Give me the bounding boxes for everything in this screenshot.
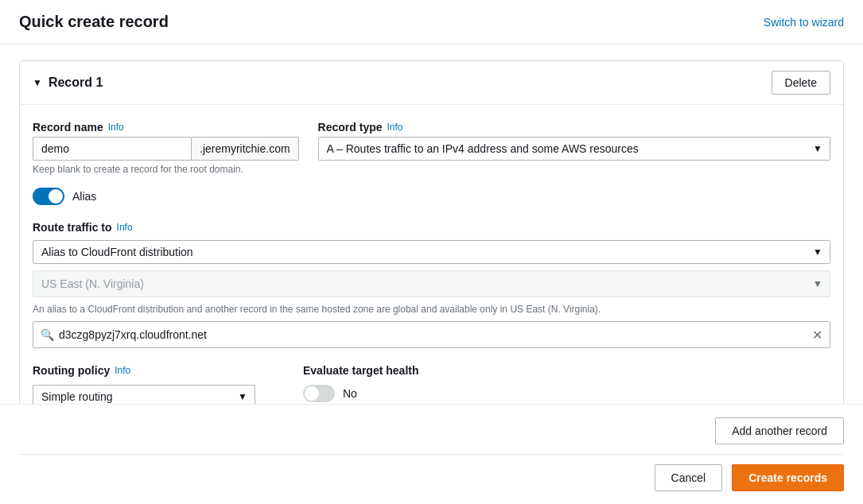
switch-to-wizard-link[interactable]: Switch to wizard (764, 16, 844, 29)
evaluate-toggle-slider (303, 385, 335, 402)
record-section-title: Record 1 (49, 76, 103, 90)
evaluate-label: Evaluate target health (303, 364, 419, 377)
record-name-info-link[interactable]: Info (108, 122, 124, 133)
record-type-label: Record type Info (318, 121, 830, 134)
record-type-select[interactable]: A – Routes traffic to an IPv4 address an… (318, 137, 830, 161)
alias-label: Alias (72, 190, 96, 203)
routing-policy-label: Routing policy Info (33, 364, 255, 377)
page-title: Quick create record (19, 13, 169, 31)
alias-row: Alias (33, 188, 830, 205)
route-traffic-section: Route traffic to Info Alias to CloudFron… (33, 221, 830, 348)
routing-policy-select[interactable]: Simple routing (33, 385, 255, 404)
evaluate-group: Evaluate target health No (303, 364, 419, 402)
chevron-down-icon: ▼ (33, 77, 42, 88)
clear-icon[interactable]: ✕ (812, 328, 822, 343)
record-name-type-row: Record name Info .jeremyritchie.com Keep… (33, 121, 830, 175)
record-type-select-wrapper: A – Routes traffic to an IPv4 address an… (318, 137, 830, 161)
region-select: US East (N. Virginia) (33, 270, 830, 297)
search-icon: 🔍 (41, 328, 54, 341)
main-content: ▼ Record 1 Delete Record name Info (0, 45, 863, 404)
cloudfront-search-wrapper: 🔍 ✕ (33, 321, 830, 348)
record-title: ▼ Record 1 (33, 76, 103, 90)
routing-policy-info-link[interactable]: Info (115, 365, 130, 376)
alias-toggle-slider (33, 188, 64, 205)
routing-row: Routing policy Info Simple routing ▼ Eva… (33, 364, 830, 404)
create-records-button[interactable]: Create records (732, 464, 844, 491)
route-traffic-select[interactable]: Alias to CloudFront distribution (33, 240, 830, 264)
cloudfront-input[interactable] (33, 321, 830, 348)
record-name-label: Record name Info (33, 121, 299, 134)
routing-policy-select-wrapper: Simple routing ▼ (33, 385, 255, 404)
region-select-wrapper: US East (N. Virginia) ▼ (33, 270, 830, 297)
add-another-record-button[interactable]: Add another record (715, 417, 844, 444)
add-record-row: Add another record (19, 417, 844, 455)
record-body: Record name Info .jeremyritchie.com Keep… (20, 105, 843, 404)
evaluate-toggle[interactable] (303, 385, 335, 402)
route-traffic-info-link[interactable]: Info (117, 222, 133, 233)
routing-policy-group: Routing policy Info Simple routing ▼ (33, 364, 255, 404)
evaluate-no-label: No (343, 387, 357, 400)
record-name-inputs: .jeremyritchie.com (33, 137, 299, 161)
record-type-info-link[interactable]: Info (387, 122, 403, 133)
delete-button[interactable]: Delete (772, 71, 830, 95)
top-header: Quick create record Switch to wizard (0, 0, 863, 45)
record-header: ▼ Record 1 Delete (20, 61, 843, 105)
domain-suffix: .jeremyritchie.com (192, 137, 299, 161)
bottom-bar: Add another record Cancel Create records (0, 404, 863, 504)
evaluate-toggle-row: No (303, 385, 419, 402)
record-type-group: Record type Info A – Routes traffic to a… (318, 121, 830, 161)
route-traffic-select-wrapper: Alias to CloudFront distribution ▼ (33, 240, 830, 264)
alias-info-text: An alias to a CloudFront distribution an… (33, 304, 830, 315)
route-traffic-label: Route traffic to Info (33, 221, 830, 234)
footer-actions: Cancel Create records (19, 455, 844, 491)
record-name-hint: Keep blank to create a record for the ro… (33, 164, 299, 175)
record-name-group: Record name Info .jeremyritchie.com Keep… (33, 121, 299, 175)
cancel-button[interactable]: Cancel (655, 464, 723, 491)
record-name-input[interactable] (33, 137, 192, 161)
alias-toggle[interactable] (33, 188, 64, 205)
record-section: ▼ Record 1 Delete Record name Info (19, 60, 844, 404)
